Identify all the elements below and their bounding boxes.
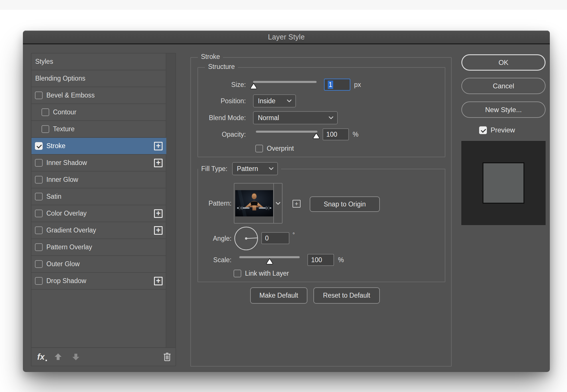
texture-checkbox[interactable]	[42, 125, 49, 133]
scale-slider[interactable]	[239, 255, 300, 264]
scale-slider-thumb[interactable]	[266, 258, 273, 264]
new-pattern-button[interactable]: +	[293, 200, 301, 208]
size-slider[interactable]	[253, 80, 317, 89]
preview-toggle[interactable]: Preview	[479, 126, 515, 134]
position-row: Position: Inside	[198, 94, 296, 108]
gradient-overlay-checkbox[interactable]	[35, 226, 43, 234]
add-stroke-instance-button[interactable]: +	[154, 142, 163, 150]
color-overlay-checkbox[interactable]	[35, 210, 43, 217]
fill-type-dropdown[interactable]: Pattern	[232, 162, 278, 175]
angle-value: 0	[265, 234, 269, 242]
scale-input[interactable]: 100	[307, 254, 334, 266]
inner-glow-checkbox[interactable]	[35, 176, 43, 184]
pattern-row: Pattern:	[198, 196, 234, 210]
opacity-input[interactable]: 100	[323, 128, 349, 140]
size-input[interactable]: 1	[324, 79, 350, 91]
sidebar-item-gradient-overlay[interactable]: Gradient Overlay +	[31, 222, 166, 239]
scale-label: Scale:	[198, 256, 232, 264]
position-value: Inside	[258, 97, 275, 105]
angle-dial[interactable]	[234, 226, 259, 251]
sidebar-item-inner-glow[interactable]: Inner Glow	[31, 172, 166, 188]
snap-to-origin-button[interactable]: Snap to Origin	[310, 196, 380, 212]
add-inner-shadow-instance-button[interactable]: +	[154, 159, 163, 167]
slider-thumb-icon	[250, 83, 258, 89]
opacity-slider[interactable]	[256, 130, 317, 139]
style-list-scrollbar[interactable]	[166, 53, 175, 348]
ok-button[interactable]: OK	[461, 54, 546, 71]
sidebar-item-blending-options[interactable]: Blending Options	[31, 70, 166, 87]
angle-input[interactable]: 0	[261, 232, 289, 244]
bevel-emboss-checkbox[interactable]	[35, 91, 43, 99]
stroke-checkbox[interactable]	[35, 142, 43, 150]
sidebar-item-inner-shadow[interactable]: Inner Shadow +	[31, 155, 166, 172]
sidebar-item-satin[interactable]: Satin	[31, 188, 166, 205]
slider-thumb-icon	[312, 132, 320, 139]
arrow-down-icon	[72, 353, 80, 361]
sidebar-item-label: Stroke	[46, 142, 65, 150]
chevron-down-icon	[276, 202, 280, 205]
arrow-up-icon	[54, 353, 62, 361]
scale-row: Scale: 100 %	[198, 253, 344, 267]
sidebar-item-stroke[interactable]: Stroke +	[31, 138, 166, 155]
opacity-unit: %	[353, 131, 358, 138]
pattern-picker[interactable]	[234, 183, 282, 224]
new-style-button[interactable]: New Style...	[461, 102, 546, 118]
delete-effect-button[interactable]	[163, 352, 171, 361]
layer-style-dialog: Layer Style Styles Blending Options Beve…	[23, 31, 550, 372]
position-dropdown[interactable]: Inside	[253, 94, 296, 108]
style-list: Styles Blending Options Bevel & Emboss C…	[31, 53, 166, 290]
add-gradient-overlay-instance-button[interactable]: +	[154, 226, 163, 235]
link-with-layer-checkbox[interactable]	[234, 270, 241, 277]
size-row: Size: 1 px	[198, 78, 361, 91]
style-preview-swatch	[461, 141, 546, 225]
angle-dial-icon	[234, 226, 259, 251]
structure-group: Structure Size: 1 px	[197, 67, 445, 157]
chevron-down-icon	[329, 116, 333, 120]
fx-icon[interactable]: fx	[37, 352, 45, 362]
overprint-checkbox[interactable]	[255, 145, 263, 152]
inner-shadow-checkbox[interactable]	[35, 159, 43, 167]
page-top-band	[0, 0, 567, 10]
sidebar-item-label: Satin	[46, 193, 61, 200]
pattern-dropdown-strip[interactable]	[273, 184, 282, 223]
blend-mode-dropdown[interactable]: Normal	[253, 111, 338, 124]
reset-to-default-button[interactable]: Reset to Default	[313, 287, 380, 304]
stroke-preview-square	[483, 162, 524, 204]
preview-label: Preview	[491, 126, 515, 134]
sidebar-item-styles[interactable]: Styles	[31, 53, 166, 70]
opacity-slider-track[interactable]	[256, 131, 317, 133]
contour-checkbox[interactable]	[42, 108, 49, 116]
opacity-value: 100	[326, 131, 337, 138]
size-slider-track[interactable]	[253, 81, 317, 83]
add-drop-shadow-instance-button[interactable]: +	[154, 277, 163, 285]
size-slider-thumb[interactable]	[250, 83, 258, 89]
sidebar-item-drop-shadow[interactable]: Drop Shadow +	[31, 273, 166, 290]
sidebar-item-pattern-overlay[interactable]: Pattern Overlay	[31, 239, 166, 256]
make-default-button[interactable]: Make Default	[250, 287, 307, 304]
move-effect-up-button[interactable]	[54, 353, 62, 361]
style-list-toolbar: fx	[31, 347, 175, 366]
sidebar-item-contour[interactable]: Contour	[31, 104, 166, 121]
fill-type-label: Fill Type:	[201, 165, 228, 173]
sidebar-item-outer-glow[interactable]: Outer Glow	[31, 256, 166, 273]
panel-legend: Stroke	[198, 53, 223, 61]
outer-glow-checkbox[interactable]	[35, 260, 43, 268]
add-color-overlay-instance-button[interactable]: +	[154, 209, 163, 218]
structure-legend: Structure	[205, 63, 238, 71]
pattern-overlay-checkbox[interactable]	[35, 243, 43, 251]
preview-checkbox[interactable]	[479, 126, 487, 134]
opacity-slider-thumb[interactable]	[312, 132, 320, 139]
move-effect-down-button[interactable]	[72, 353, 80, 361]
sidebar-item-bevel-emboss[interactable]: Bevel & Emboss	[31, 87, 166, 104]
dialog-titlebar: Layer Style	[23, 31, 550, 44]
pattern-thumbnail[interactable]	[234, 184, 273, 223]
chevron-down-icon	[287, 100, 292, 103]
cancel-button[interactable]: Cancel	[461, 78, 546, 94]
chevron-down-icon	[269, 167, 274, 170]
sidebar-item-color-overlay[interactable]: Color Overlay +	[31, 205, 166, 222]
sidebar-item-texture[interactable]: Texture	[31, 121, 166, 138]
satin-checkbox[interactable]	[35, 193, 43, 200]
pattern-label: Pattern:	[198, 200, 232, 207]
scale-unit: %	[338, 256, 344, 264]
drop-shadow-checkbox[interactable]	[35, 277, 43, 285]
